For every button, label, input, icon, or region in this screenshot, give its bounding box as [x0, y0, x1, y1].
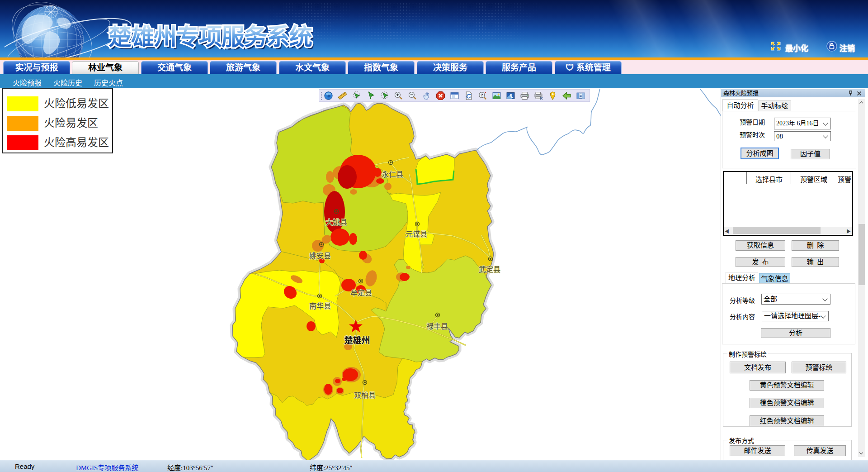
svg-text:?: ? [481, 93, 483, 97]
svg-text:禄丰县: 禄丰县 [426, 323, 448, 330]
svg-text:牟定县: 牟定县 [350, 289, 372, 297]
svg-text:南华县: 南华县 [309, 302, 331, 310]
svg-text:姚安县: 姚安县 [309, 252, 331, 260]
svg-text:双柏县: 双柏县 [354, 391, 376, 399]
svg-text:武定县: 武定县 [479, 266, 500, 273]
svg-text:永仁县: 永仁县 [382, 171, 403, 178]
svg-text:元谋县: 元谋县 [406, 230, 427, 238]
svg-text:大姚县: 大姚县 [326, 219, 347, 226]
svg-text:楚雄州: 楚雄州 [344, 335, 370, 345]
